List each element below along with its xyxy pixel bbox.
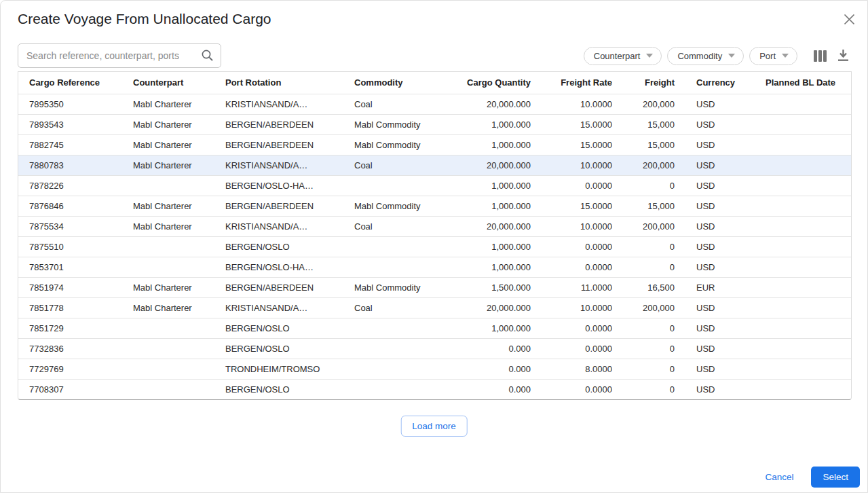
columns-button[interactable] <box>811 48 829 65</box>
cell-cargo-quantity: 20,000.000 <box>449 155 542 175</box>
filter-commodity-label: Commodity <box>677 51 722 61</box>
columns-icon <box>814 50 827 62</box>
close-button[interactable] <box>842 12 856 26</box>
cell-port-rotation: BERGEN/OSLO-HA… <box>214 257 343 277</box>
cell-planned-bl-date <box>755 236 851 257</box>
select-button[interactable]: Select <box>811 467 860 488</box>
cell-freight: 0 <box>623 379 685 399</box>
cell-port-rotation: BERGEN/OSLO <box>214 338 343 359</box>
download-button[interactable] <box>835 47 852 65</box>
table-row[interactable]: 7895350Mabl ChartererKRISTIANSAND/A…Coal… <box>18 94 851 114</box>
filter-port-label: Port <box>759 51 776 61</box>
column-header-currency: Currency <box>685 72 755 94</box>
cell-counterpart <box>122 175 214 196</box>
table-row[interactable]: 7732836BERGEN/OSLO0.0000.00000USD <box>18 338 851 359</box>
cell-planned-bl-date <box>755 379 851 399</box>
cell-commodity: Mabl Commodity <box>343 114 449 134</box>
cell-counterpart <box>122 318 214 338</box>
table-row[interactable]: 7708307BERGEN/OSLO0.0000.00000USD <box>18 379 851 399</box>
search-input[interactable] <box>18 43 221 68</box>
cell-freight: 200,000 <box>623 155 685 175</box>
column-header-cargo-quantity: Cargo Quantity <box>449 72 542 94</box>
cell-freight-rate: 11.0000 <box>542 277 623 297</box>
cell-commodity <box>343 318 449 338</box>
cell-planned-bl-date <box>755 175 851 196</box>
table-row[interactable]: 7853701BERGEN/OSLO-HA…1,000.0000.00000US… <box>18 257 851 277</box>
chevron-down-icon <box>728 54 735 58</box>
cell-counterpart: Mabl Charterer <box>122 216 214 236</box>
cell-counterpart: Mabl Charterer <box>122 114 214 134</box>
cell-cargo-reference: 7851974 <box>18 277 122 297</box>
cell-freight: 200,000 <box>623 216 685 236</box>
cell-freight: 200,000 <box>623 297 685 318</box>
cell-planned-bl-date <box>755 196 851 216</box>
table-row[interactable]: 7729769TRONDHEIM/TROMSO0.0008.00000USD <box>18 359 851 379</box>
table-row[interactable]: 7851974Mabl ChartererBERGEN/ABERDEENMabl… <box>18 277 851 297</box>
table-row[interactable]: 7875534Mabl ChartererKRISTIANSAND/A…Coal… <box>18 216 851 236</box>
cell-cargo-quantity: 1,000.000 <box>449 318 542 338</box>
cell-freight: 0 <box>623 338 685 359</box>
cell-freight: 0 <box>623 359 685 379</box>
cell-cargo-reference: 7893543 <box>18 114 122 134</box>
filter-port[interactable]: Port <box>749 47 797 65</box>
table-row[interactable]: 7876846Mabl ChartererBERGEN/ABERDEENMabl… <box>18 196 851 216</box>
cell-commodity: Mabl Commodity <box>343 134 449 155</box>
toolbar-filters: Counterpart Commodity Port <box>584 47 852 65</box>
cell-currency: USD <box>685 379 755 399</box>
cell-counterpart <box>122 236 214 257</box>
cell-port-rotation: BERGEN/ABERDEEN <box>214 134 343 155</box>
cell-cargo-reference: 7875510 <box>18 236 122 257</box>
table-row[interactable]: 7851778Mabl ChartererKRISTIANSAND/A…Coal… <box>18 297 851 318</box>
cell-port-rotation: TRONDHEIM/TROMSO <box>214 359 343 379</box>
cell-counterpart <box>122 338 214 359</box>
cell-currency: USD <box>685 359 755 379</box>
cancel-button[interactable]: Cancel <box>757 468 801 486</box>
cell-planned-bl-date <box>755 94 851 114</box>
cell-port-rotation: KRISTIANSAND/A… <box>214 216 343 236</box>
cell-counterpart: Mabl Charterer <box>122 277 214 297</box>
cell-counterpart: Mabl Charterer <box>122 134 214 155</box>
cell-cargo-reference: 7851778 <box>18 297 122 318</box>
cell-port-rotation: BERGEN/OSLO-HA… <box>214 175 343 196</box>
cell-commodity <box>343 175 449 196</box>
table-row[interactable]: 7893543Mabl ChartererBERGEN/ABERDEENMabl… <box>18 114 851 134</box>
cell-freight-rate: 0.0000 <box>542 338 623 359</box>
filter-commodity[interactable]: Commodity <box>667 47 744 65</box>
chevron-down-icon <box>782 54 789 58</box>
cell-cargo-reference: 7876846 <box>18 196 122 216</box>
cell-freight-rate: 10.0000 <box>542 216 623 236</box>
cell-cargo-quantity: 0.000 <box>449 338 542 359</box>
filter-counterpart-label: Counterpart <box>594 51 641 61</box>
table-row[interactable]: 7880783Mabl ChartererKRISTIANSAND/A…Coal… <box>18 155 851 175</box>
table-header-row: Cargo ReferenceCounterpartPort RotationC… <box>18 72 851 94</box>
column-header-freight-rate: Freight Rate <box>542 72 623 94</box>
cell-cargo-quantity: 1,000.000 <box>449 134 542 155</box>
cell-freight-rate: 15.0000 <box>542 114 623 134</box>
filter-counterpart[interactable]: Counterpart <box>584 47 662 65</box>
table-row[interactable]: 7875510BERGEN/OSLO1,000.0000.00000USD <box>18 236 851 257</box>
cell-currency: USD <box>685 94 755 114</box>
cell-port-rotation: BERGEN/OSLO <box>214 236 343 257</box>
cell-cargo-quantity: 1,500.000 <box>449 277 542 297</box>
toolbar: Counterpart Commodity Port <box>18 43 852 68</box>
cell-commodity <box>343 379 449 399</box>
cell-counterpart: Mabl Charterer <box>122 297 214 318</box>
cell-commodity <box>343 359 449 379</box>
table-row[interactable]: 7851729BERGEN/OSLO1,000.0000.00000USD <box>18 318 851 338</box>
cell-counterpart <box>122 257 214 277</box>
cell-freight-rate: 0.0000 <box>542 257 623 277</box>
table-body: 7895350Mabl ChartererKRISTIANSAND/A…Coal… <box>18 94 851 399</box>
load-more-button[interactable]: Load more <box>400 416 468 437</box>
cell-planned-bl-date <box>755 114 851 134</box>
cell-commodity: Mabl Commodity <box>343 277 449 297</box>
cell-freight-rate: 15.0000 <box>542 134 623 155</box>
cell-freight-rate: 0.0000 <box>542 379 623 399</box>
column-header-planned-bl-date: Planned BL Date <box>755 72 851 94</box>
cell-freight-rate: 10.0000 <box>542 297 623 318</box>
cell-cargo-quantity: 0.000 <box>449 379 542 399</box>
table-row[interactable]: 7878226BERGEN/OSLO-HA…1,000.0000.00000US… <box>18 175 851 196</box>
table-row[interactable]: 7882745Mabl ChartererBERGEN/ABERDEENMabl… <box>18 134 851 155</box>
cell-planned-bl-date <box>755 338 851 359</box>
search-box <box>18 43 221 68</box>
column-header-commodity: Commodity <box>343 72 449 94</box>
